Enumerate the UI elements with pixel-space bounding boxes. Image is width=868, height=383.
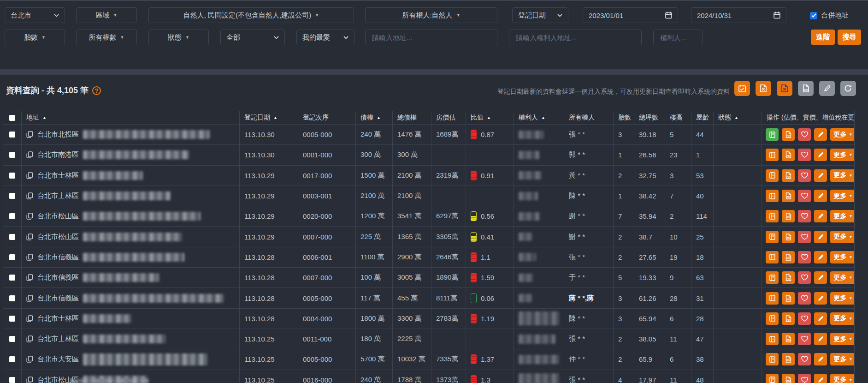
row-checkbox[interactable] bbox=[9, 234, 15, 240]
copy-address-icon[interactable] bbox=[26, 192, 33, 199]
valuation-button[interactable] bbox=[766, 128, 779, 141]
search-button[interactable]: 搜尋 bbox=[838, 30, 861, 45]
edit-button[interactable] bbox=[819, 81, 835, 96]
advanced-button[interactable]: 進階 bbox=[811, 30, 835, 45]
copy-address-icon[interactable] bbox=[26, 335, 33, 342]
more-button[interactable]: 更多▼ bbox=[830, 169, 855, 182]
row-checkbox[interactable] bbox=[9, 275, 15, 281]
report-pdf-button[interactable]: PDF bbox=[782, 210, 795, 222]
status-filter-button[interactable]: 狀態▼ bbox=[148, 30, 209, 45]
favorite-button[interactable] bbox=[798, 210, 811, 222]
edit-note-button[interactable] bbox=[814, 251, 827, 263]
report-pdf-button[interactable]: PDF bbox=[782, 251, 795, 263]
valuation-button[interactable] bbox=[766, 312, 779, 325]
report-pdf-button[interactable]: PDF bbox=[782, 374, 795, 383]
update-date-button[interactable] bbox=[734, 81, 750, 96]
favorite-button[interactable] bbox=[798, 333, 811, 345]
report-pdf-button[interactable]: PDF bbox=[782, 333, 795, 345]
edit-note-button[interactable] bbox=[814, 231, 827, 243]
date-to-input[interactable]: 2024/10/31 bbox=[691, 7, 786, 23]
favorite-button[interactable] bbox=[798, 271, 811, 284]
export-excel-alt-button[interactable] bbox=[777, 81, 792, 96]
address-search-input[interactable] bbox=[371, 33, 491, 42]
edit-note-button[interactable] bbox=[814, 149, 827, 161]
column-header-2[interactable]: 登記日期▲ bbox=[240, 111, 298, 124]
favorite-button[interactable] bbox=[798, 353, 811, 365]
edit-note-button[interactable] bbox=[814, 169, 827, 182]
row-checkbox[interactable] bbox=[9, 152, 15, 158]
favorite-button[interactable] bbox=[798, 292, 811, 305]
more-button[interactable]: 更多▼ bbox=[830, 251, 855, 263]
more-button[interactable]: 更多▼ bbox=[830, 333, 855, 345]
more-button[interactable]: 更多▼ bbox=[830, 231, 855, 243]
address-cell[interactable]: 台北市士林區 bbox=[22, 166, 240, 186]
select-all-checkbox[interactable] bbox=[9, 115, 15, 121]
row-checkbox[interactable] bbox=[9, 316, 15, 322]
copy-address-icon[interactable] bbox=[26, 377, 33, 383]
report-pdf-button[interactable]: PDF bbox=[782, 312, 795, 325]
copy-address-icon[interactable] bbox=[26, 172, 33, 179]
report-pdf-button[interactable]: PDF bbox=[782, 271, 795, 284]
more-button[interactable]: 更多▼ bbox=[830, 190, 855, 202]
address-cell[interactable]: 台北市信義區 bbox=[22, 268, 240, 287]
scope-select[interactable]: 全部 bbox=[220, 30, 285, 45]
valuation-button[interactable] bbox=[766, 210, 779, 222]
more-button[interactable]: 更多▼ bbox=[830, 292, 855, 305]
more-button[interactable]: 更多▼ bbox=[830, 128, 855, 141]
valuation-button[interactable] bbox=[766, 292, 779, 305]
column-header-8[interactable]: 權利人▲ bbox=[514, 111, 564, 124]
report-pdf-button[interactable]: PDF bbox=[782, 353, 795, 365]
address-cell[interactable]: 台北市士林區 bbox=[22, 309, 240, 329]
favorite-button[interactable] bbox=[798, 128, 811, 141]
copy-address-icon[interactable] bbox=[26, 151, 33, 158]
date-type-select[interactable]: 登記日期 bbox=[512, 7, 568, 23]
more-button[interactable]: 更多▼ bbox=[830, 210, 855, 222]
favorite-button[interactable] bbox=[798, 149, 811, 161]
copy-address-icon[interactable] bbox=[26, 295, 33, 302]
row-checkbox[interactable] bbox=[9, 254, 15, 260]
creditor-address-input[interactable] bbox=[515, 33, 636, 42]
favorite-button[interactable] bbox=[798, 312, 811, 325]
edit-note-button[interactable] bbox=[814, 312, 827, 325]
row-checkbox[interactable] bbox=[9, 356, 15, 362]
favorite-button[interactable] bbox=[798, 251, 811, 263]
row-checkbox[interactable] bbox=[9, 213, 15, 219]
district-filter-button[interactable]: 區域▼ bbox=[76, 7, 137, 23]
copy-address-icon[interactable] bbox=[26, 254, 33, 261]
column-header-7[interactable]: 比值▲ bbox=[466, 111, 514, 124]
report-pdf-button[interactable]: PDF bbox=[782, 190, 795, 202]
valuation-button[interactable] bbox=[766, 231, 779, 243]
more-button[interactable]: 更多▼ bbox=[830, 149, 855, 161]
export-pdf-button[interactable]: PDF bbox=[798, 81, 814, 96]
address-cell[interactable]: 台北市松山區 bbox=[22, 227, 240, 246]
owner-count-filter-button[interactable]: 所有權數▼ bbox=[76, 30, 137, 45]
edit-note-button[interactable] bbox=[814, 292, 827, 305]
owner-type-filter-button[interactable]: 所有權人:自然人▼ bbox=[365, 7, 497, 23]
edit-note-button[interactable] bbox=[814, 333, 827, 345]
address-cell[interactable]: 台北市北投區 bbox=[22, 125, 240, 144]
row-checkbox[interactable] bbox=[9, 132, 15, 138]
help-icon[interactable]: ? bbox=[92, 86, 101, 95]
column-header-1[interactable]: 地址▲ bbox=[22, 111, 240, 124]
favorite-button[interactable] bbox=[798, 231, 811, 243]
date-from-input[interactable]: 2023/01/01 bbox=[583, 7, 678, 23]
edit-note-button[interactable] bbox=[814, 190, 827, 202]
column-header-4[interactable]: 債權▲ bbox=[356, 111, 393, 124]
edit-note-button[interactable] bbox=[814, 374, 827, 383]
refresh-button[interactable] bbox=[840, 81, 856, 96]
more-button[interactable]: 更多▼ bbox=[830, 312, 855, 325]
address-cell[interactable]: 台北市南港區 bbox=[22, 145, 240, 165]
favorite-button[interactable] bbox=[798, 374, 811, 383]
edit-note-button[interactable] bbox=[814, 353, 827, 365]
favorite-button[interactable] bbox=[798, 169, 811, 182]
valuation-button[interactable] bbox=[766, 149, 779, 161]
row-checkbox[interactable] bbox=[9, 377, 15, 383]
edit-note-button[interactable] bbox=[814, 210, 827, 222]
setter-filter-button[interactable]: 自然人, 民間設定(不包含自然人,建設公司)▼ bbox=[148, 7, 354, 23]
favorite-button[interactable] bbox=[798, 190, 811, 202]
more-button[interactable]: 更多▼ bbox=[830, 374, 855, 383]
copy-address-icon[interactable] bbox=[26, 356, 33, 363]
valuation-button[interactable] bbox=[766, 271, 779, 284]
row-checkbox[interactable] bbox=[9, 173, 15, 179]
export-excel-button[interactable] bbox=[756, 81, 771, 96]
